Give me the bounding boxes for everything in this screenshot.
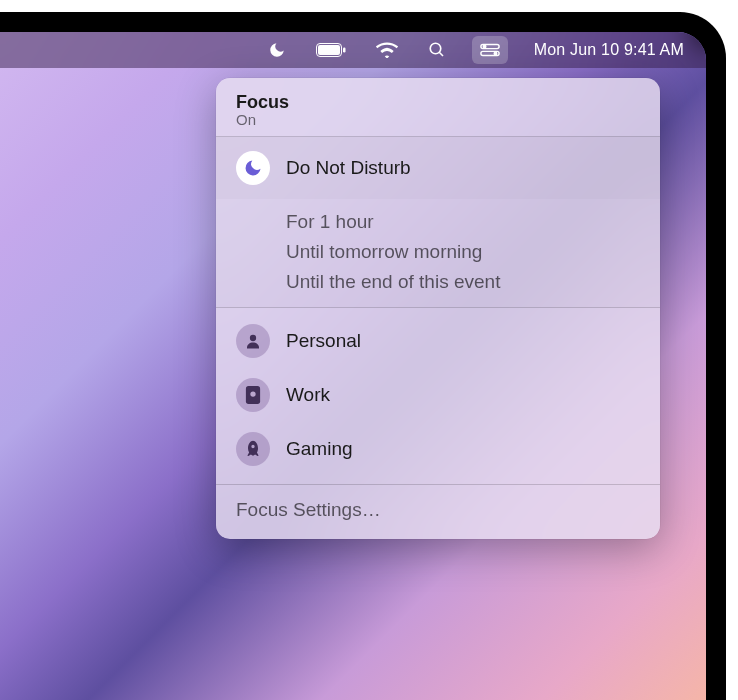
- focus-modes-section: Personal Work Gaming: [216, 308, 660, 484]
- person-icon: [236, 324, 270, 358]
- badge-icon: [236, 378, 270, 412]
- svg-point-8: [494, 52, 497, 55]
- device-frame: Mon Jun 10 9:41 AM Focus On Do Not Distu…: [0, 12, 726, 700]
- focus-panel-status: On: [236, 111, 640, 128]
- focus-mode-label: Work: [286, 384, 330, 406]
- svg-point-11: [250, 391, 255, 396]
- svg-point-3: [430, 43, 441, 54]
- focus-mode-personal[interactable]: Personal: [216, 314, 660, 368]
- svg-rect-2: [343, 48, 346, 53]
- screen: Mon Jun 10 9:41 AM Focus On Do Not Distu…: [0, 32, 706, 700]
- control-center-icon[interactable]: [472, 36, 508, 64]
- dnd-label: Do Not Disturb: [286, 157, 411, 179]
- menubar-datetime[interactable]: Mon Jun 10 9:41 AM: [530, 36, 688, 64]
- moon-icon: [236, 151, 270, 185]
- menubar: Mon Jun 10 9:41 AM: [0, 32, 706, 68]
- rocket-icon: [236, 432, 270, 466]
- svg-rect-1: [318, 45, 340, 55]
- focus-panel-title: Focus: [236, 92, 640, 113]
- svg-line-4: [439, 52, 443, 56]
- battery-icon[interactable]: [312, 36, 350, 64]
- duration-option-1hour[interactable]: For 1 hour: [286, 207, 640, 237]
- wifi-icon[interactable]: [372, 36, 402, 64]
- focus-mode-gaming[interactable]: Gaming: [216, 422, 660, 476]
- focus-settings-link[interactable]: Focus Settings…: [216, 485, 660, 539]
- duration-option-tomorrow[interactable]: Until tomorrow morning: [286, 237, 640, 267]
- spotlight-search-icon[interactable]: [424, 36, 450, 64]
- focus-panel-header: Focus On: [216, 82, 660, 136]
- focus-mode-work[interactable]: Work: [216, 368, 660, 422]
- focus-menubar-icon[interactable]: [264, 36, 290, 64]
- svg-point-9: [250, 335, 256, 341]
- dnd-row[interactable]: Do Not Disturb: [216, 137, 660, 199]
- duration-option-event-end[interactable]: Until the end of this event: [286, 267, 640, 297]
- svg-point-6: [483, 45, 486, 48]
- focus-panel: Focus On Do Not Disturb For 1 hour Until…: [216, 78, 660, 539]
- focus-mode-label: Gaming: [286, 438, 353, 460]
- dnd-duration-group: For 1 hour Until tomorrow morning Until …: [216, 199, 660, 307]
- focus-mode-label: Personal: [286, 330, 361, 352]
